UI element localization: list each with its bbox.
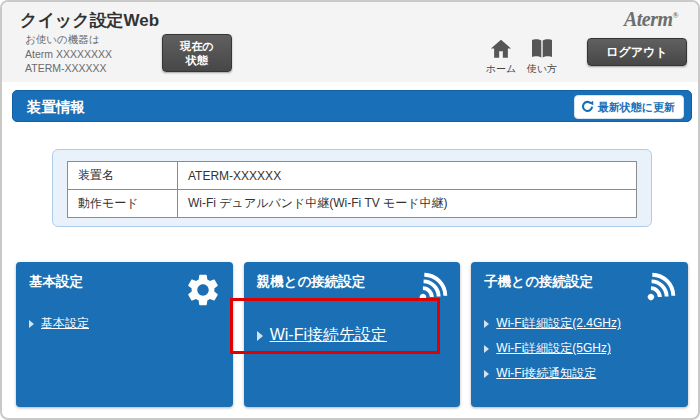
quick-setup-web-page: クイック設定Web お使いの機器は Aterm XXXXXXXX ATERM-X…	[0, 0, 700, 420]
triangle-bullet-icon	[484, 320, 489, 328]
guide-button[interactable]: 使い方	[520, 38, 564, 76]
refresh-icon	[581, 100, 594, 115]
operation-mode-label: 動作モード	[68, 190, 178, 218]
aterm-logo: Aterm®	[624, 8, 678, 31]
device-name: ATERM-XXXXXX	[25, 61, 112, 76]
refresh-label: 最新状態に更新	[598, 100, 675, 115]
current-status-label-line1: 現在の	[180, 40, 213, 52]
basic-settings-link[interactable]: 基本設定	[41, 315, 89, 332]
section-title: 装置情報	[27, 98, 85, 117]
device-note: お使いの機器は	[25, 32, 112, 47]
list-item: Wi-Fi詳細設定(5GHz)	[484, 340, 675, 357]
triangle-bullet-icon	[257, 331, 263, 341]
device-model: Aterm XXXXXXXX	[25, 47, 112, 62]
page-title: クイック設定Web	[20, 9, 159, 32]
wifi-connection-destination-link[interactable]: Wi-Fi接続先設定	[270, 325, 387, 346]
home-button[interactable]: ホーム	[479, 38, 523, 76]
device-name-label: 装置名	[68, 162, 178, 190]
device-name-value: ATERM-XXXXXX	[178, 162, 637, 190]
logout-button[interactable]: ログアウト	[587, 38, 687, 66]
list-item: 基本設定	[29, 315, 220, 332]
triangle-bullet-icon	[484, 370, 489, 378]
home-label: ホーム	[479, 62, 523, 76]
triangle-bullet-icon	[29, 320, 34, 328]
current-status-button[interactable]: 現在の 状態	[162, 34, 232, 72]
wifi-detail-24ghz-link[interactable]: Wi-Fi詳細設定(2.4GHz)	[496, 315, 621, 332]
device-info-table: 装置名 ATERM-XXXXXX 動作モード Wi-Fi デュアルバンド中継(W…	[67, 161, 637, 218]
device-info: お使いの機器は Aterm XXXXXXXX ATERM-XXXXXX	[25, 32, 112, 76]
settings-panels: 基本設定 基本設定 親機との接続設定	[16, 262, 688, 407]
wifi-icon	[413, 271, 449, 311]
operation-mode-value: Wi-Fi デュアルバンド中継(Wi-Fi TV モード中継)	[178, 190, 637, 218]
triangle-bullet-icon	[484, 345, 489, 353]
wifi-icon	[641, 271, 677, 311]
wifi-notify-link[interactable]: Wi-Fi接続通知設定	[496, 365, 596, 382]
current-status-label-line2: 状態	[186, 54, 208, 66]
gear-icon	[184, 271, 222, 313]
book-icon	[520, 38, 564, 60]
device-info-box: 装置名 ATERM-XXXXXX 動作モード Wi-Fi デュアルバンド中継(W…	[52, 149, 652, 227]
list-item: Wi-Fi接続通知設定	[484, 365, 675, 382]
list-item: Wi-Fi詳細設定(2.4GHz)	[484, 315, 675, 332]
header: クイック設定Web お使いの機器は Aterm XXXXXXXX ATERM-X…	[2, 2, 698, 82]
wifi-detail-5ghz-link[interactable]: Wi-Fi詳細設定(5GHz)	[496, 340, 611, 357]
device-info-section-bar: 装置情報 最新状態に更新	[12, 90, 692, 122]
refresh-status-button[interactable]: 最新状態に更新	[574, 95, 684, 119]
list-item: Wi-Fi接続先設定	[257, 325, 448, 346]
home-icon	[479, 38, 523, 60]
table-row: 装置名 ATERM-XXXXXX	[68, 162, 637, 190]
guide-label: 使い方	[520, 62, 564, 76]
panel-child-connection: 子機との接続設定 Wi-Fi詳細設定(2.4GHz)	[471, 262, 688, 407]
table-row: 動作モード Wi-Fi デュアルバンド中継(Wi-Fi TV モード中継)	[68, 190, 637, 218]
panel-basic-settings: 基本設定 基本設定	[16, 262, 233, 407]
panel-parent-connection: 親機との接続設定 Wi-Fi接続先設定	[244, 262, 461, 407]
